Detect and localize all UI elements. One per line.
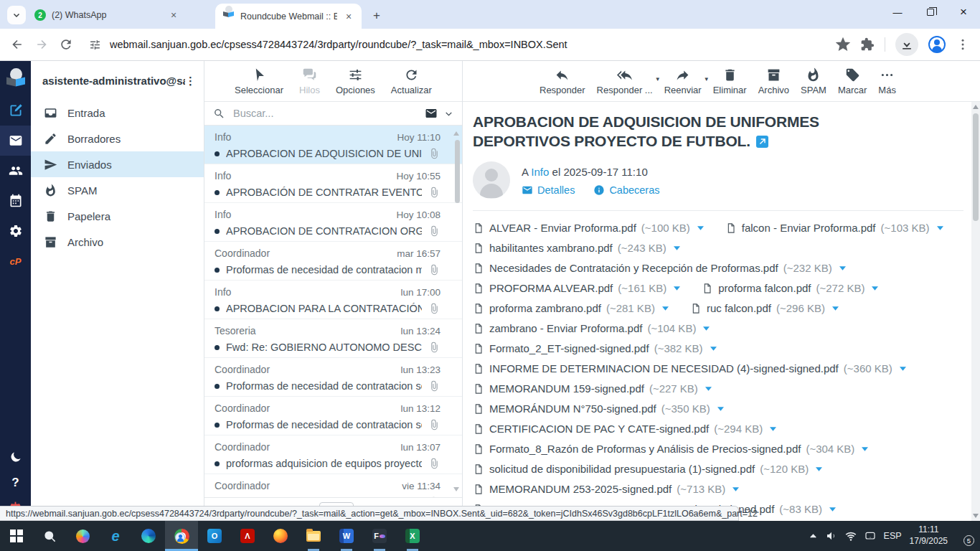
taskbar-search-button[interactable] — [33, 521, 66, 551]
MEMORANDUM 253-2025-signed.pdf[interactable]: MEMORANDUM 253-2025-signed.pdf (~713 KB) — [473, 479, 739, 499]
attachment-menu-caret-icon[interactable] — [662, 306, 669, 311]
list-item[interactable]: Info Hoy 11:10 APROBACION DE ADQUISICION… — [204, 126, 462, 164]
list-scrollbar-thumb[interactable] — [455, 140, 460, 203]
attachment-menu-caret-icon[interactable] — [770, 427, 776, 431]
copilot-icon[interactable] — [66, 521, 99, 551]
tray-expand-icon[interactable] — [809, 532, 818, 541]
scroll-up-icon[interactable] — [973, 105, 979, 109]
tab-whatsapp[interactable]: 2 (2) WhatsApp × — [27, 4, 187, 26]
start-button[interactable] — [0, 521, 33, 551]
close-tab-icon[interactable]: × — [168, 9, 179, 21]
list-item[interactable]: Coordinador vie 11:34 — [204, 474, 462, 497]
list-item[interactable]: Coordinador lun 13:07 proformas adquisic… — [204, 435, 462, 474]
calendar-nav-button[interactable] — [0, 186, 31, 216]
search-input[interactable] — [232, 107, 418, 120]
search-options-chevron-icon[interactable] — [444, 109, 453, 118]
falcon - Enviar Proforma.pdf[interactable]: falcon - Enviar Proforma.pdf (~103 KB) — [725, 218, 943, 238]
delete-button[interactable]: Eliminar ▼ — [708, 67, 752, 95]
list-scroll-down-icon[interactable] — [453, 487, 459, 491]
options-button[interactable]: Opciones — [331, 67, 380, 95]
recipient-link[interactable]: Info — [531, 166, 549, 178]
search-scope-mail-icon[interactable] — [425, 107, 438, 120]
reload-icon[interactable] — [59, 37, 73, 52]
INFORME DE DETERMINACION DE NECESIDAD (4)-signed-signed.pdf[interactable]: INFORME DE DETERMINACION DE NECESIDAD (4… — [473, 359, 906, 379]
cpanel-button[interactable]: cP — [0, 246, 31, 276]
new-tab-button[interactable]: + — [373, 9, 380, 23]
attachment-menu-caret-icon[interactable] — [717, 407, 724, 411]
reply-all-button[interactable]: Responder ... ▼ — [592, 67, 658, 95]
threads-button[interactable]: Hilos — [294, 67, 325, 95]
close-window-button[interactable]: × — [947, 0, 980, 24]
archive-button[interactable]: Archivo ▼ — [753, 67, 794, 95]
account-menu-icon[interactable]: ⋮ — [185, 79, 195, 83]
tablet-mode-icon[interactable] — [864, 530, 876, 542]
excel-icon[interactable]: X — [396, 521, 429, 551]
folder-papelera[interactable]: Papelera — [31, 203, 204, 229]
folder-archivo[interactable]: Archivo — [31, 229, 204, 255]
more-button[interactable]: Más ▼ — [873, 67, 901, 95]
list-item[interactable]: Info lun 17:00 APROBACION PARA LA CONTRA… — [204, 281, 462, 319]
compose-button[interactable] — [0, 95, 31, 126]
CERTIFICACION DE PAC Y CATE-signed.pdf[interactable]: CERTIFICACION DE PAC Y CATE-signed.pdf (… — [473, 419, 776, 439]
PROFORMA ALVEAR.pdf[interactable]: PROFORMA ALVEAR.pdf (~161 KB) — [473, 278, 680, 298]
list-item[interactable]: Info Hoy 10:08 APROBACION DE CONTRATACIO… — [204, 203, 462, 242]
habilitantes xambrano.pdf[interactable]: habilitantes xambrano.pdf (~243 KB) — [473, 238, 680, 258]
attachment-menu-caret-icon[interactable] — [705, 387, 712, 391]
notification-button[interactable]: 5 — [956, 528, 973, 544]
Necesidades de Contratación y Recepción de Proformas.pdf[interactable]: Necesidades de Contratación y Recepción … — [473, 258, 846, 278]
content-scrollbar[interactable] — [971, 102, 980, 521]
ruc falcon.pdf[interactable]: ruc falcon.pdf (~296 KB) — [690, 298, 839, 319]
clock[interactable]: 11:11 17/9/2025 — [910, 524, 948, 547]
minimize-button[interactable]: — — [881, 0, 914, 24]
MEMORANDUM 159-signed.pdf[interactable]: MEMORANDUM 159-signed.pdf (~227 KB) — [473, 379, 712, 399]
bookmark-star-icon[interactable] — [836, 37, 850, 52]
edge-icon[interactable] — [132, 521, 165, 551]
list-item[interactable]: Tesoreria lun 13:24 Fwd: Re: GOBIERNO AU… — [204, 319, 462, 358]
forward-icon[interactable] — [34, 37, 49, 52]
attachment-menu-caret-icon[interactable] — [732, 487, 739, 491]
restore-button[interactable] — [914, 0, 947, 24]
extensions-icon[interactable] — [860, 37, 875, 52]
folder-spam[interactable]: SPAM — [31, 177, 204, 203]
wifi-icon[interactable] — [845, 530, 857, 542]
attachment-menu-caret-icon[interactable] — [674, 246, 680, 250]
list-item[interactable]: Info Hoy 10:55 APROBACIÓN DE CONTRATAR E… — [204, 164, 462, 203]
mail-nav-button[interactable] — [0, 126, 31, 156]
attachment-menu-caret-icon[interactable] — [937, 226, 943, 230]
volume-icon[interactable] — [826, 530, 837, 542]
contacts-nav-button[interactable] — [0, 156, 31, 186]
attachment-menu-caret-icon[interactable] — [674, 286, 680, 291]
select-button[interactable]: Seleccionar — [230, 67, 288, 95]
internet-explorer-icon[interactable]: e — [99, 521, 132, 551]
fes-app-icon[interactable]: F — [363, 521, 396, 551]
MEMORÁNDUM N°750-signed.pdf[interactable]: MEMORÁNDUM N°750-signed.pdf (~350 KB) — [473, 399, 724, 419]
tab-search-button[interactable] — [7, 6, 26, 24]
attachment-menu-caret-icon[interactable] — [839, 266, 846, 270]
attachment-menu-caret-icon[interactable] — [703, 326, 710, 331]
word-icon[interactable]: W — [330, 521, 363, 551]
profile-avatar[interactable] — [928, 36, 946, 53]
settings-nav-button[interactable] — [0, 216, 31, 246]
list-item[interactable]: Coordinador lun 13:12 Proformas de neces… — [204, 397, 462, 435]
browser-menu-icon[interactable] — [956, 37, 970, 52]
chrome-icon[interactable] — [165, 521, 198, 551]
omnibox[interactable]: webmail.sanjuan.gob.ec/cpsess4728443724/… — [83, 39, 826, 51]
dark-mode-button[interactable] — [0, 446, 31, 468]
headers-toggle[interactable]: Cabeceras — [593, 184, 659, 196]
scroll-down-icon[interactable] — [973, 514, 979, 518]
acrobat-icon[interactable]: Λ — [231, 521, 264, 551]
tab-roundcube[interactable]: Roundcube Webmail :: Enviados × — [215, 4, 362, 29]
folder-borradores[interactable]: Borradores — [31, 126, 204, 151]
list-item[interactable]: Coordinador mar 16:57 Proformas de neces… — [204, 242, 462, 281]
open-in-new-window-icon[interactable] — [756, 136, 768, 148]
language-indicator[interactable]: ESP — [884, 531, 902, 541]
downloads-button[interactable] — [895, 33, 918, 56]
attachment-menu-caret-icon[interactable] — [832, 306, 839, 311]
Formato_8_Razón de Proformas y Análisis de Precios-signed.pdf[interactable]: Formato_8_Razón de Proformas y Análisis … — [473, 439, 868, 459]
details-toggle[interactable]: Detalles — [522, 184, 575, 196]
Formato_2_ET-signed-signed.pdf[interactable]: Formato_2_ET-signed-signed.pdf (~382 KB) — [473, 339, 717, 359]
attachment-menu-caret-icon[interactable] — [900, 367, 906, 371]
proforma falcon.pdf[interactable]: proforma falcon.pdf (~272 KB) — [702, 278, 878, 298]
explorer-icon[interactable] — [297, 521, 330, 551]
reply-button[interactable]: Responder ▼ — [534, 67, 590, 95]
